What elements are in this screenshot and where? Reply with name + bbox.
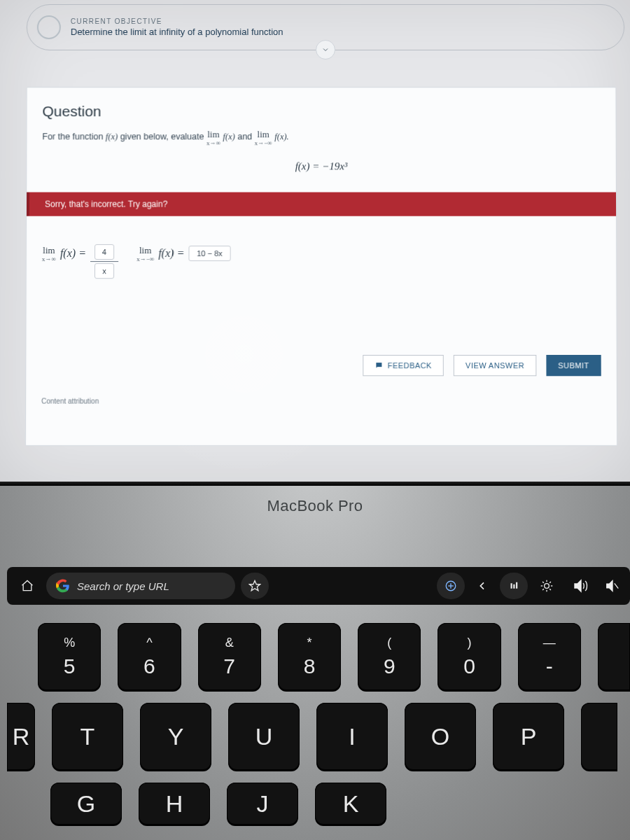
key-7[interactable]: &7 (198, 623, 261, 690)
key-U[interactable]: U (228, 703, 300, 770)
svg-point-7 (545, 584, 550, 589)
question-prompt: For the function f(x) given below, evalu… (42, 130, 600, 146)
key-6[interactable]: ^6 (118, 623, 181, 690)
answer-row: lim x→∞ f(x) = 4 x lim x→−∞ (27, 216, 617, 279)
key-edge[interactable] (598, 623, 630, 690)
home-button[interactable] (14, 573, 41, 599)
svg-line-14 (542, 589, 544, 590)
key-row-letters-1: R TYUIOP (0, 703, 630, 770)
answer-2: lim x→−∞ f(x) = 10 − 8x (136, 246, 230, 262)
svg-line-12 (542, 582, 544, 583)
volume-button[interactable] (566, 573, 596, 599)
key-H[interactable]: H (139, 783, 210, 825)
reader-button[interactable] (500, 573, 528, 599)
submit-button[interactable]: SUBMIT (546, 355, 601, 376)
svg-rect-6 (516, 582, 517, 589)
new-tab-button[interactable] (437, 573, 465, 599)
incorrect-banner: Sorry, that's incorrect. Try again? (27, 192, 616, 216)
touch-bar: Search or type URL (7, 567, 630, 605)
key-P[interactable]: P (493, 703, 564, 770)
svg-marker-16 (575, 580, 581, 592)
bars-icon (507, 580, 520, 592)
plus-icon (444, 580, 457, 592)
key-I[interactable]: I (316, 703, 388, 770)
objective-text: CURRENT OBJECTIVE Determine the limit at… (71, 18, 284, 37)
svg-rect-5 (513, 584, 514, 589)
key-5[interactable]: %5 (38, 623, 101, 690)
limit-expr-2: lim x→−∞ (255, 130, 272, 146)
chat-icon (375, 361, 384, 370)
feedback-button[interactable]: FEEDBACK (363, 355, 444, 376)
limit-expr-1: lim x→∞ (206, 130, 220, 146)
key-edge[interactable] (581, 703, 617, 770)
chevron-left-icon (477, 580, 488, 592)
progress-ring-icon (37, 15, 61, 39)
answer-2-input[interactable]: 10 − 8x (188, 246, 230, 261)
photo-frame: CURRENT OBJECTIVE Determine the limit at… (0, 0, 630, 840)
svg-marker-0 (250, 581, 260, 591)
objective-kicker: CURRENT OBJECTIVE (71, 18, 284, 25)
answer-1-input-num[interactable]: 4 (94, 244, 114, 260)
key-G[interactable]: G (50, 783, 122, 825)
prompt-and: and (237, 132, 254, 141)
screen-area: CURRENT OBJECTIVE Determine the limit at… (0, 0, 630, 483)
prompt-text: For the function (42, 132, 106, 141)
banner-text: Sorry, that's incorrect. Try again? (45, 200, 167, 209)
key-O[interactable]: O (405, 703, 476, 770)
content-attribution-link[interactable]: Content attribution (41, 398, 99, 405)
volume-icon (573, 578, 589, 594)
key-R[interactable]: R (7, 703, 35, 770)
brightness-icon (540, 579, 554, 593)
answer-1-fraction: 4 x (90, 243, 118, 279)
answer-1: lim x→∞ f(x) = 4 x (42, 246, 118, 279)
laptop-label: MacBook Pro (0, 497, 630, 515)
key-Y[interactable]: Y (140, 703, 211, 770)
prompt-text: given below, evaluate (120, 132, 206, 141)
favorite-button[interactable] (241, 573, 269, 599)
key-9[interactable]: (9 (358, 623, 421, 690)
svg-line-15 (550, 582, 551, 583)
chevron-down-icon (321, 46, 330, 54)
key-row-numbers: %5^6&7*8(9)0—- (0, 623, 630, 690)
svg-rect-4 (511, 583, 512, 589)
mute-button[interactable] (602, 573, 623, 599)
key-K[interactable]: K (315, 783, 386, 825)
expand-toggle[interactable] (316, 40, 335, 59)
google-logo-icon (56, 579, 70, 593)
limit-fn-1: f(x) (223, 132, 234, 141)
question-heading: Question (42, 103, 600, 120)
view-answer-button[interactable]: VIEW ANSWER (454, 355, 536, 376)
back-button[interactable] (470, 573, 494, 599)
mute-icon (605, 578, 620, 594)
answer-2-fx: f(x) = (158, 247, 184, 260)
key-J[interactable]: J (227, 783, 298, 825)
key-0[interactable]: )0 (438, 623, 500, 690)
function-formula: f(x) = −19x³ (42, 160, 601, 172)
answer-2-lim: lim x→−∞ (136, 246, 154, 262)
svg-line-18 (615, 583, 619, 588)
star-icon (248, 580, 261, 592)
action-row: FEEDBACK VIEW ANSWER SUBMIT (363, 355, 601, 376)
keyboard: %5^6&7*8(9)0—- R TYUIOP GHJK (0, 623, 630, 825)
key--[interactable]: —- (518, 623, 581, 690)
key-8[interactable]: *8 (278, 623, 341, 690)
brightness-button[interactable] (533, 573, 560, 599)
home-icon (20, 579, 34, 593)
answer-1-lim: lim x→∞ (42, 246, 56, 262)
key-T[interactable]: T (52, 703, 123, 770)
prompt-fn: f(x) (106, 132, 118, 141)
answer-1-fx: f(x) = (60, 247, 86, 260)
search-placeholder: Search or type URL (77, 580, 169, 592)
key-row-letters-2: GHJK (0, 783, 630, 825)
limit-fn-2: f(x). (274, 132, 289, 141)
objective-title: Determine the limit at infinity of a pol… (71, 27, 284, 37)
svg-line-13 (550, 589, 551, 590)
answer-1-input-den[interactable]: x (94, 263, 114, 279)
url-search-field[interactable]: Search or type URL (46, 573, 235, 599)
screen: CURRENT OBJECTIVE Determine the limit at… (0, 0, 630, 483)
question-card: Question For the function f(x) given bel… (25, 87, 617, 446)
objective-pill: CURRENT OBJECTIVE Determine the limit at… (27, 4, 625, 50)
svg-marker-17 (607, 581, 612, 592)
